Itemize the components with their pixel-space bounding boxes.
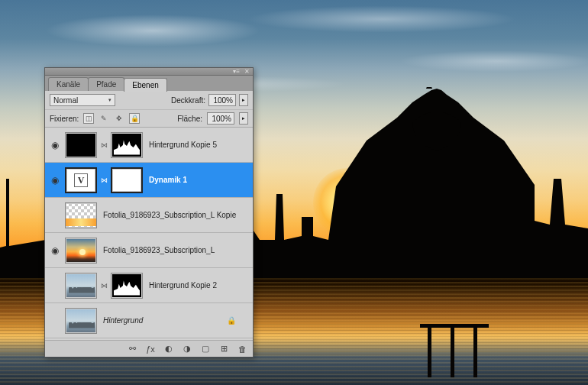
lock-label: Fixieren: xyxy=(50,115,79,123)
dock xyxy=(412,286,504,377)
layer-name[interactable]: Hintergrund Kopie 2 xyxy=(146,281,250,290)
layer-name[interactable]: Fotolia_9186923_Subscription_L xyxy=(100,246,250,254)
layer-name[interactable]: Hintergrund Kopie 5 xyxy=(146,141,250,149)
blend-mode-select[interactable]: Normal ▾ xyxy=(50,94,115,106)
fill-flyout-icon[interactable]: ▸ xyxy=(239,112,248,125)
lock-row: Fixieren: ◫ ✎ ✥ 🔒 Fläche: 100% ▸ xyxy=(45,110,253,128)
layers-panel: ▾≡ ✕ Kanäle Pfade Ebenen Normal ▾ Deckkr… xyxy=(44,67,254,358)
layer-thumbnail[interactable] xyxy=(65,238,97,264)
lock-pixels-icon[interactable]: ✎ xyxy=(99,113,109,124)
lock-all-icon[interactable]: 🔒 xyxy=(129,113,140,124)
lock-icon: 🔒 xyxy=(227,316,250,325)
layer-row[interactable]: Fotolia_9186923_Subscription_L Kopie xyxy=(45,198,253,233)
fill-label: Fläche: xyxy=(177,115,202,123)
layer-thumbnail[interactable] xyxy=(65,202,97,228)
layer-mask-thumbnail[interactable] xyxy=(111,273,143,299)
fill-input[interactable]: 100% xyxy=(207,112,234,125)
tab-layers[interactable]: Ebenen xyxy=(124,78,166,92)
opacity-input[interactable]: 100% xyxy=(208,94,236,106)
layer-style-icon[interactable]: ƒx xyxy=(144,343,157,355)
layer-mask-add-icon[interactable]: ◐ xyxy=(163,343,175,355)
visibility-icon[interactable] xyxy=(48,314,62,328)
visibility-icon[interactable]: ◉ xyxy=(48,173,62,187)
blend-row: Normal ▾ Deckkraft: 100% ▸ xyxy=(45,91,253,110)
visibility-icon[interactable] xyxy=(48,209,62,222)
layer-row[interactable]: ◉ Fotolia_9186923_Subscription_L xyxy=(45,233,253,268)
new-layer-icon[interactable]: ⊞ xyxy=(218,343,230,355)
lock-transparent-icon[interactable]: ◫ xyxy=(83,113,94,124)
panel-footer: ⚯ ƒx ◐ ◑ ▢ ⊞ 🗑 xyxy=(45,340,253,357)
panel-close-icon[interactable]: ✕ xyxy=(244,68,250,75)
lock-position-icon[interactable]: ✥ xyxy=(114,113,124,124)
opacity-flyout-icon[interactable]: ▸ xyxy=(239,94,248,106)
layer-mask-thumbnail[interactable] xyxy=(111,167,143,193)
mask-link-icon[interactable]: ⋈ xyxy=(100,176,108,184)
chevron-down-icon: ▾ xyxy=(108,97,111,103)
layer-mask-thumbnail[interactable] xyxy=(111,132,143,158)
mask-link-icon[interactable]: ⋈ xyxy=(100,141,108,149)
layer-thumbnail[interactable] xyxy=(65,273,97,299)
panel-tabs: Kanäle Pfade Ebenen xyxy=(45,76,253,91)
panel-titlebar[interactable]: ▾≡ ✕ xyxy=(45,68,253,76)
opacity-label: Deckkraft: xyxy=(171,96,205,105)
panel-menu-icon[interactable]: ▾≡ xyxy=(233,68,240,75)
layer-thumbnail[interactable] xyxy=(65,308,97,334)
layer-name[interactable]: Dynamik 1 xyxy=(146,176,250,184)
mask-link-icon[interactable]: ⋈ xyxy=(100,282,108,290)
blend-mode-value: Normal xyxy=(53,96,78,105)
layer-row[interactable]: ◉ ⋈ Dynamik 1 xyxy=(45,163,253,198)
layer-name[interactable]: Fotolia_9186923_Subscription_L Kopie xyxy=(100,211,250,219)
layer-name[interactable]: Hintergrund xyxy=(100,316,224,325)
layers-list: ◉ ⋈ Hintergrund Kopie 5 ◉ ⋈ Dynamik 1 Fo… xyxy=(45,128,253,340)
link-layers-icon[interactable]: ⚯ xyxy=(126,343,138,355)
delete-layer-icon[interactable]: 🗑 xyxy=(236,343,248,355)
visibility-icon[interactable]: ◉ xyxy=(48,138,62,152)
layer-row[interactable]: ◉ ⋈ Hintergrund Kopie 5 xyxy=(45,128,253,163)
adjustment-layer-icon[interactable]: ◑ xyxy=(181,343,193,355)
visibility-icon[interactable] xyxy=(48,279,62,293)
layer-thumbnail[interactable] xyxy=(65,132,97,158)
layer-row[interactable]: ⋈ Hintergrund Kopie 2 xyxy=(45,268,253,303)
visibility-icon[interactable]: ◉ xyxy=(48,244,62,257)
tab-paths[interactable]: Pfade xyxy=(88,77,124,91)
new-group-icon[interactable]: ▢ xyxy=(199,343,212,355)
layer-row[interactable]: Hintergrund 🔒 xyxy=(45,303,253,338)
tab-channels[interactable]: Kanäle xyxy=(48,77,89,91)
adjustment-icon[interactable] xyxy=(65,167,97,193)
